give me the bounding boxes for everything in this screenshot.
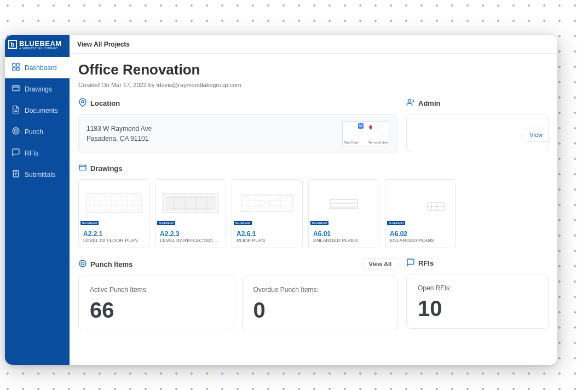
open-rfis-label: Open RFIs: <box>418 284 537 292</box>
svg-point-9 <box>408 100 411 102</box>
sidebar-item-submittals[interactable]: Submittals <box>5 164 70 185</box>
drawing-desc: LEVEL 02 REFLECTED CEIL... <box>160 238 221 243</box>
thumb-tag: BLUEBEAM <box>157 221 175 225</box>
location-line2: Pasadena, CA 91101 <box>87 134 152 144</box>
drawing-strip: BLUEBEAM A2.2.1 LEVEL 02 FLOOR PLAN BLUE… <box>78 179 549 248</box>
transit-marker-icon: M <box>358 123 364 129</box>
drawing-card[interactable]: BLUEBEAM A6.01 ENLARGED PLANS <box>308 179 379 248</box>
drawings-icon <box>78 163 87 174</box>
svg-point-17 <box>79 260 86 267</box>
punch-icon <box>78 259 87 269</box>
overdue-punch-value: 0 <box>253 299 387 321</box>
svg-rect-13 <box>166 196 215 210</box>
location-label: Location <box>90 99 120 107</box>
brand-logo: b BLUEBEAM A NEMETSCHEK COMPANY <box>5 35 70 54</box>
sidebar-item-dashboard[interactable]: Dashboard <box>5 57 70 78</box>
sidebar-item-rfis[interactable]: RFIs <box>5 142 70 164</box>
drawing-card[interactable]: BLUEBEAM A2.2.3 LEVEL 02 REFLECTED CEIL.… <box>155 179 226 248</box>
drawing-desc: ENLARGED PLANS <box>390 238 451 243</box>
open-rfis-value: 10 <box>418 297 537 319</box>
sidebar-item-punch[interactable]: Punch <box>5 121 70 142</box>
svg-rect-4 <box>13 85 19 90</box>
drawings-section: Drawings BLUEBEAM A2.2.1 LEVEL 02 FLOOR … <box>78 163 549 248</box>
active-punch-card: Active Punch Items: 66 <box>78 276 234 330</box>
drawing-desc: ENLARGED PLANS <box>313 238 374 243</box>
dashboard-icon <box>11 62 20 73</box>
sidebar-item-label: RFIs <box>25 150 38 157</box>
admin-icon <box>406 98 415 108</box>
punch-section: Punch Items View All Active Punch Items:… <box>78 258 397 330</box>
app-window: b BLUEBEAM A NEMETSCHEK COMPANY Dashboar… <box>5 35 557 365</box>
admin-label: Admin <box>418 99 440 107</box>
sidebar-item-label: Dashboard <box>25 64 57 72</box>
drawings-label: Drawings <box>90 164 123 173</box>
svg-rect-0 <box>13 64 15 66</box>
open-rfis-card: Open RFIs: 10 <box>406 274 549 329</box>
overdue-punch-label: Overdue Punch Items: <box>253 286 387 294</box>
drawing-id: A2.2.3 <box>160 230 221 238</box>
rfis-icon <box>406 258 415 268</box>
logo-mark-icon: b <box>8 40 17 49</box>
drawing-card[interactable]: BLUEBEAM A2.6.1 ROOF PLAN <box>232 179 303 248</box>
sidebar: b BLUEBEAM A NEMETSCHEK COMPANY Dashboar… <box>5 35 70 365</box>
map-data-label: Map Data <box>344 140 358 145</box>
overdue-punch-card: Overdue Punch Items: 0 <box>242 276 398 330</box>
drawing-thumbnail: BLUEBEAM <box>155 180 226 227</box>
svg-point-5 <box>13 128 19 134</box>
rfis-icon <box>11 148 20 158</box>
svg-point-8 <box>82 101 84 103</box>
location-minimap[interactable]: M Map Data Terms of Use <box>342 121 389 146</box>
active-punch-label: Active Punch Items: <box>90 286 223 294</box>
drawing-card[interactable]: BLUEBEAM A6.02 ENLARGED PLANS <box>385 179 456 248</box>
location-pin-icon <box>78 98 87 108</box>
drawing-card[interactable]: BLUEBEAM A2.2.1 LEVEL 02 FLOOR PLAN <box>78 179 149 248</box>
drawing-id: A6.01 <box>313 230 374 238</box>
drawing-desc: ROOF PLAN <box>237 238 298 243</box>
drawing-id: A2.6.1 <box>237 230 298 238</box>
sidebar-item-documents[interactable]: Documents <box>5 100 70 121</box>
drawing-thumbnail: BLUEBEAM <box>79 180 149 227</box>
admin-panel: View <box>406 114 549 152</box>
drawings-icon <box>11 84 20 94</box>
page-title: Office Renovation <box>78 61 549 78</box>
sidebar-item-label: Drawings <box>25 85 52 93</box>
sidebar-item-label: Punch <box>25 128 43 136</box>
admin-section: Admin View <box>406 98 549 153</box>
location-line1: 1183 W Raymond Ave <box>87 124 152 134</box>
page-created: Created On Mar 17, 2022 by tdavis@raymon… <box>78 82 549 88</box>
svg-rect-10 <box>79 165 86 170</box>
topbar: View All Projects <box>70 35 557 54</box>
sidebar-item-drawings[interactable]: Drawings <box>5 78 70 100</box>
location-body: 1183 W Raymond Ave Pasadena, CA 91101 M … <box>79 114 397 153</box>
thumb-tag: BLUEBEAM <box>310 221 328 225</box>
active-punch-value: 66 <box>90 299 223 321</box>
admin-view-button[interactable]: View <box>521 128 549 142</box>
sidebar-nav: Dashboard Drawings Documents Punch <box>5 54 70 185</box>
brand-sub: A NEMETSCHEK COMPANY <box>19 47 62 50</box>
punch-label: Punch Items <box>90 260 132 268</box>
svg-point-6 <box>14 129 17 132</box>
content: Office Renovation Created On Mar 17, 202… <box>70 54 557 365</box>
sidebar-item-label: Submittals <box>25 171 55 179</box>
sidebar-item-label: Documents <box>25 107 58 114</box>
svg-rect-2 <box>13 67 15 70</box>
thumb-tag: BLUEBEAM <box>387 221 405 225</box>
thumb-tag: BLUEBEAM <box>80 221 99 225</box>
drawing-thumbnail: BLUEBEAM <box>232 180 302 227</box>
rfis-label: RFIs <box>418 259 434 267</box>
thumb-tag: BLUEBEAM <box>234 221 252 225</box>
drawing-desc: LEVEL 02 FLOOR PLAN <box>83 238 145 243</box>
main-area: View All Projects Office Renovation Crea… <box>70 35 557 365</box>
map-pin-icon <box>368 124 373 131</box>
svg-rect-3 <box>16 67 19 70</box>
submittals-icon <box>11 169 20 180</box>
svg-point-18 <box>81 262 84 265</box>
rfis-section: RFIs Open RFIs: 10 <box>406 258 549 330</box>
location-section: Location 1183 W Raymond Ave Pasadena, CA… <box>78 98 397 153</box>
drawing-thumbnail: BLUEBEAM <box>309 180 379 227</box>
punch-icon <box>11 127 20 137</box>
punch-view-all-button[interactable]: View All <box>362 258 397 270</box>
view-all-projects-link[interactable]: View All Projects <box>77 41 130 48</box>
drawing-thumbnail: BLUEBEAM <box>385 180 456 227</box>
map-terms-label: Terms of Use <box>368 140 388 145</box>
